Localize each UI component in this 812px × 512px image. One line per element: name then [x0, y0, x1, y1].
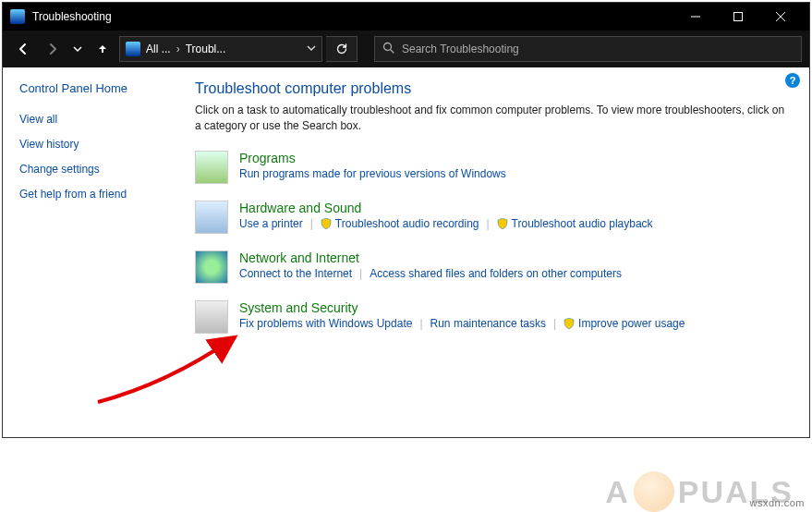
- forward-button[interactable]: [40, 36, 66, 62]
- network-icon: [195, 250, 228, 284]
- address-bar[interactable]: All ... › Troubl...: [119, 36, 322, 62]
- close-button[interactable]: [759, 3, 802, 30]
- link-fix-windows-update[interactable]: Fix problems with Windows Update: [239, 317, 412, 330]
- separator: |: [359, 267, 362, 280]
- link-access-shared[interactable]: Access shared files and folders on other…: [370, 267, 622, 280]
- watermark-pre: A: [605, 474, 630, 510]
- link-audio-playback[interactable]: Troubleshoot audio playback: [497, 217, 653, 230]
- maximize-button[interactable]: [717, 3, 759, 30]
- refresh-button[interactable]: [326, 36, 358, 62]
- breadcrumb-segment-troubleshooting[interactable]: Troubl...: [186, 43, 226, 55]
- window-controls: [674, 3, 802, 30]
- source-url: wsxdn.com: [749, 497, 805, 508]
- link-improve-power-label: Improve power usage: [578, 317, 685, 330]
- main-panel: Troubleshoot computer problems Click on …: [188, 67, 809, 437]
- app-icon: [10, 9, 25, 24]
- page-title: Troubleshoot computer problems: [195, 80, 789, 97]
- programs-icon: [195, 151, 228, 184]
- titlebar: Troubleshooting: [3, 3, 809, 30]
- separator: |: [553, 317, 556, 330]
- link-use-a-printer[interactable]: Use a printer: [239, 217, 303, 230]
- sidebar-view-all[interactable]: View all: [19, 112, 171, 128]
- link-improve-power[interactable]: Improve power usage: [564, 317, 685, 330]
- sidebar-change-settings[interactable]: Change settings: [19, 162, 171, 177]
- shield-icon: [321, 218, 332, 229]
- link-audio-recording-label: Troubleshoot audio recording: [335, 217, 479, 230]
- link-connect-internet[interactable]: Connect to the Internet: [239, 267, 352, 280]
- svg-point-1: [384, 43, 392, 51]
- hardware-title[interactable]: Hardware and Sound: [239, 201, 789, 215]
- link-audio-recording[interactable]: Troubleshoot audio recording: [321, 217, 479, 230]
- separator: |: [310, 217, 313, 230]
- recent-locations-button[interactable]: [69, 36, 86, 62]
- category-system: System and Security Fix problems with Wi…: [195, 300, 789, 334]
- category-network: Network and Internet Connect to the Inte…: [195, 250, 789, 284]
- svg-rect-0: [734, 13, 743, 21]
- link-run-programs-compat[interactable]: Run programs made for previous versions …: [239, 167, 506, 180]
- sidebar-get-help[interactable]: Get help from a friend: [19, 187, 171, 202]
- shield-icon: [497, 218, 508, 229]
- shield-icon: [564, 318, 575, 329]
- minimize-button[interactable]: [674, 3, 717, 30]
- separator: |: [486, 217, 489, 230]
- address-dropdown-icon[interactable]: [307, 43, 316, 55]
- search-box[interactable]: Search Troubleshooting: [374, 36, 802, 62]
- programs-title[interactable]: Programs: [239, 151, 789, 165]
- sidebar-view-history[interactable]: View history: [19, 137, 171, 152]
- link-audio-playback-label: Troubleshoot audio playback: [512, 217, 653, 230]
- back-button[interactable]: [10, 36, 36, 62]
- link-run-maintenance[interactable]: Run maintenance tasks: [430, 317, 546, 330]
- titlebar-left: Troubleshooting: [10, 9, 112, 24]
- navbar: All ... › Troubl... Search Troubleshooti…: [3, 30, 809, 67]
- control-panel-home-link[interactable]: Control Panel Home: [19, 80, 171, 97]
- separator: |: [419, 317, 422, 330]
- search-icon: [382, 42, 394, 56]
- system-title[interactable]: System and Security: [239, 300, 789, 315]
- content-area: ? Control Panel Home View all View histo…: [3, 67, 809, 437]
- up-button[interactable]: [90, 36, 115, 62]
- network-title[interactable]: Network and Internet: [239, 250, 789, 265]
- watermark-mascot-icon: [634, 471, 674, 512]
- page-description: Click on a task to automatically trouble…: [195, 103, 789, 134]
- window-frame: Troubleshooting All: [2, 2, 810, 438]
- system-icon: [195, 300, 228, 334]
- search-placeholder: Search Troubleshooting: [402, 43, 519, 55]
- hardware-icon: [195, 201, 228, 234]
- breadcrumb-segment-all[interactable]: All ...: [146, 43, 171, 55]
- address-icon: [126, 42, 140, 56]
- category-hardware: Hardware and Sound Use a printer | Troub…: [195, 201, 789, 234]
- category-programs: Programs Run programs made for previous …: [195, 151, 789, 184]
- sidebar: Control Panel Home View all View history…: [3, 67, 188, 437]
- window-title: Troubleshooting: [32, 10, 112, 23]
